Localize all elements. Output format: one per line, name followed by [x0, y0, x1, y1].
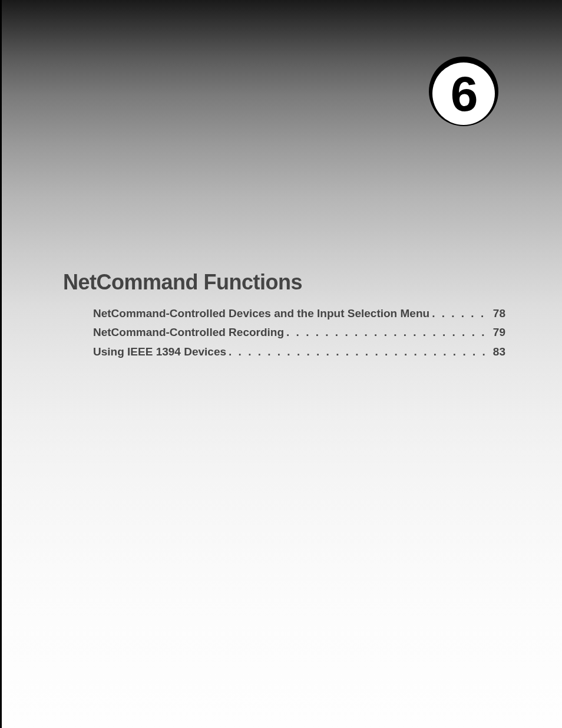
- chapter-number: 6: [451, 69, 477, 118]
- toc-entry-title: NetCommand-Controlled Devices and the In…: [93, 304, 429, 323]
- table-of-contents: NetCommand-Controlled Devices and the In…: [93, 304, 505, 361]
- toc-leader-dots: [429, 304, 490, 323]
- toc-leader-dots: [284, 323, 490, 342]
- toc-entry-page: 79: [490, 323, 505, 342]
- toc-leader-dots: [226, 342, 490, 361]
- chapter-badge-circle: 6: [432, 62, 495, 125]
- toc-entry-page: 83: [490, 342, 505, 361]
- toc-entry-page: 78: [490, 304, 505, 323]
- toc-entry: NetCommand-Controlled Devices and the In…: [93, 304, 505, 323]
- chapter-page: 6 NetCommand Functions NetCommand-Contro…: [0, 0, 562, 728]
- toc-entry-title: NetCommand-Controlled Recording: [93, 323, 284, 342]
- chapter-badge: 6: [429, 57, 498, 130]
- chapter-title: NetCommand Functions: [63, 270, 302, 295]
- toc-entry-title: Using IEEE 1394 Devices: [93, 342, 226, 361]
- toc-entry: Using IEEE 1394 Devices 83: [93, 342, 505, 361]
- toc-entry: NetCommand-Controlled Recording 79: [93, 323, 505, 342]
